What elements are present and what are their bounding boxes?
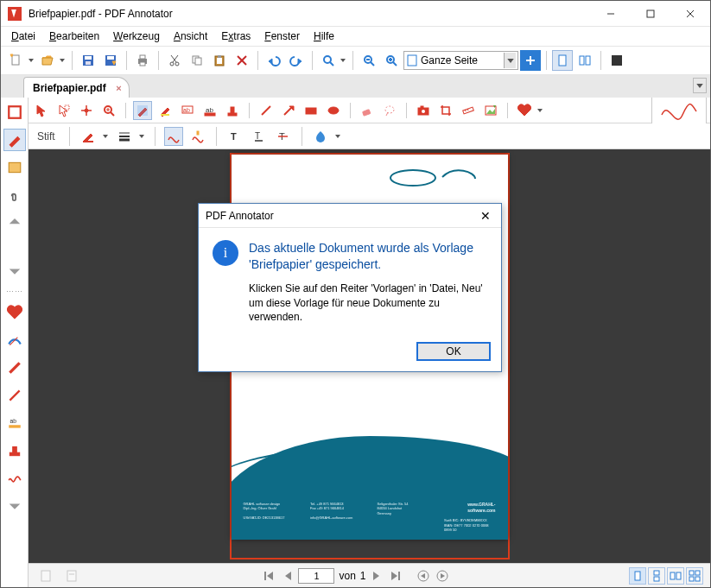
single-page-button[interactable] <box>552 50 573 71</box>
tool-ellipse[interactable] <box>324 101 343 120</box>
print-button[interactable] <box>132 50 153 71</box>
minimize-button[interactable] <box>591 1 631 27</box>
save-button[interactable] <box>78 50 98 71</box>
color-picker[interactable] <box>79 127 98 146</box>
svg-rect-16 <box>140 62 145 66</box>
menu-edit[interactable]: Bearbeiten <box>44 28 105 44</box>
close-button[interactable] <box>670 1 710 27</box>
view-twoup[interactable] <box>667 567 684 585</box>
tool-pan[interactable] <box>77 101 96 120</box>
text-bold[interactable]: T <box>225 127 244 146</box>
view-twoup-continuous[interactable] <box>686 567 703 585</box>
status-thumb1[interactable] <box>35 566 56 586</box>
tool-pointer[interactable] <box>32 101 51 120</box>
new-doc-button[interactable] <box>6 50 27 71</box>
tool-eraser[interactable] <box>358 101 377 120</box>
nav-forward[interactable] <box>434 567 451 585</box>
nav-back[interactable] <box>415 567 432 585</box>
tool-lasso-erase[interactable] <box>380 101 399 120</box>
view-continuous[interactable] <box>648 567 665 585</box>
style-pressure[interactable] <box>188 127 207 146</box>
tool-line[interactable] <box>257 101 276 120</box>
menu-tool[interactable]: Werkzeug <box>108 28 165 44</box>
preset-pen-redthin[interactable] <box>3 384 26 407</box>
nav-next[interactable] <box>368 567 385 585</box>
tool-crop[interactable] <box>436 101 455 120</box>
tab-close-icon[interactable]: × <box>116 83 121 93</box>
color-dropdown[interactable] <box>101 126 110 147</box>
nav-last[interactable] <box>387 567 404 585</box>
tool-underline[interactable]: ab <box>200 101 219 120</box>
new-doc-dropdown[interactable] <box>27 50 35 71</box>
cut-button[interactable] <box>164 50 185 71</box>
preset-textmarker[interactable]: ab <box>3 412 26 434</box>
tool-zoom[interactable] <box>99 101 118 120</box>
style-smooth[interactable] <box>164 127 183 146</box>
tool-pen[interactable] <box>133 101 152 120</box>
open-button[interactable] <box>37 50 58 71</box>
tool-marker[interactable] <box>156 101 175 120</box>
menu-window[interactable]: Fenster <box>259 28 305 44</box>
text-underline[interactable]: T <box>250 127 269 146</box>
nav-prev[interactable] <box>279 567 296 585</box>
copy-button[interactable] <box>187 50 207 71</box>
svg-rect-79 <box>363 109 371 115</box>
nav-first[interactable] <box>260 567 277 585</box>
preset-pen-red[interactable] <box>3 357 26 379</box>
search-button[interactable] <box>318 50 339 71</box>
expand-down-icon[interactable] <box>3 260 26 282</box>
opacity-button[interactable] <box>311 127 330 146</box>
redo-button[interactable] <box>286 50 307 71</box>
menu-help[interactable]: Hilfe <box>308 28 340 44</box>
expand-up-icon[interactable] <box>3 212 26 234</box>
opacity-dropdown[interactable] <box>333 126 342 147</box>
menu-file[interactable]: Datei <box>6 28 41 44</box>
sidebar-more-down[interactable] <box>3 495 26 517</box>
tool-favorite-dropdown[interactable] <box>536 100 544 121</box>
tool-note-tab[interactable] <box>3 156 26 179</box>
zoom-select[interactable]: Ganze Seite <box>403 51 518 70</box>
open-dropdown[interactable] <box>58 50 67 71</box>
maximize-button[interactable] <box>631 1 670 27</box>
zoom-out-button[interactable] <box>359 50 379 71</box>
tool-arrow[interactable] <box>279 101 298 120</box>
save-as-button[interactable] <box>100 50 121 71</box>
tool-text[interactable]: ab <box>178 101 197 120</box>
tool-pen-tab[interactable] <box>3 129 26 151</box>
dialog-close-button[interactable]: ✕ <box>477 207 494 224</box>
tool-measure[interactable] <box>459 101 478 120</box>
tool-favorite[interactable] <box>515 101 534 120</box>
info-icon: i <box>213 240 238 266</box>
tool-stamp[interactable] <box>223 101 242 120</box>
tab-list-dropdown[interactable] <box>693 78 707 93</box>
tool-rect-select-icon[interactable] <box>3 101 26 123</box>
tool-image[interactable] <box>481 101 500 120</box>
menu-view[interactable]: Ansicht <box>168 28 213 44</box>
favorites-heart-icon[interactable] <box>3 301 26 324</box>
undo-button[interactable] <box>263 50 284 71</box>
two-page-button[interactable] <box>575 50 595 71</box>
line-width[interactable] <box>115 127 134 146</box>
fullscreen-button[interactable] <box>606 50 627 71</box>
tool-attachment-tab[interactable] <box>3 184 26 206</box>
preset-pen-blue[interactable] <box>3 329 26 351</box>
zoom-dropdown-arrow[interactable] <box>504 53 516 68</box>
page-number-input[interactable] <box>298 568 334 584</box>
preset-squiggle[interactable] <box>3 467 26 490</box>
menu-extras[interactable]: Extras <box>216 28 256 44</box>
delete-button[interactable] <box>232 50 252 71</box>
preset-stamp[interactable] <box>3 439 26 462</box>
text-strike[interactable]: T <box>274 127 293 146</box>
document-tab[interactable]: Briefpapier.pdf × <box>23 77 130 98</box>
paste-button[interactable] <box>209 50 230 71</box>
line-width-dropdown[interactable] <box>137 126 146 147</box>
tool-camera[interactable] <box>414 101 433 120</box>
tool-select[interactable] <box>54 101 73 120</box>
tool-rect[interactable] <box>302 101 321 120</box>
view-single[interactable] <box>629 567 646 585</box>
status-thumb2[interactable] <box>61 566 82 586</box>
dialog-ok-button[interactable]: OK <box>416 342 491 361</box>
add-page-button[interactable] <box>520 50 541 71</box>
search-dropdown[interactable] <box>339 50 347 71</box>
zoom-in-button[interactable] <box>381 50 402 71</box>
